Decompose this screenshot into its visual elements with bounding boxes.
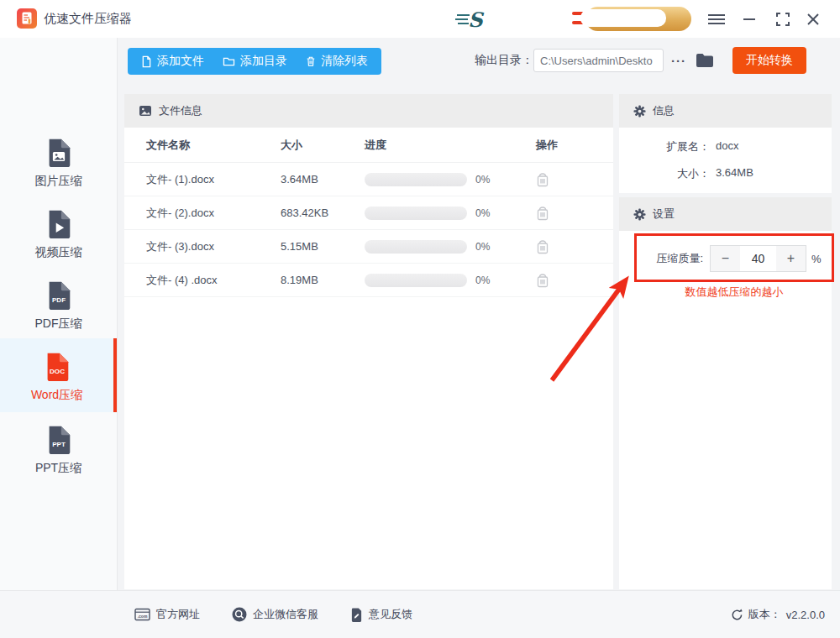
add-directory-label: 添加目录 bbox=[240, 54, 287, 69]
doc-file-icon: DOC bbox=[41, 351, 73, 383]
output-directory-label: 输出目录： bbox=[475, 53, 533, 68]
clear-list-button[interactable]: 清除列表 bbox=[306, 54, 368, 69]
wechat-service-link[interactable]: 企业微信客服 bbox=[232, 607, 318, 622]
file-name: 文件- (2).docx bbox=[124, 206, 281, 221]
sidebar-item-ppt-compress[interactable]: PPT PPT压缩 bbox=[0, 421, 117, 488]
gear-icon bbox=[633, 105, 646, 118]
table-header: 文件名称 大小 进度 操作 bbox=[124, 128, 613, 163]
file-size: 3.64MB bbox=[281, 173, 365, 186]
delete-row-icon[interactable] bbox=[536, 239, 549, 254]
progress-bar bbox=[365, 274, 467, 287]
start-convert-button[interactable]: 开始转换 bbox=[732, 47, 806, 74]
official-website-label: 官方网址 bbox=[156, 607, 200, 622]
sidebar: 图片压缩 视频压缩 PDF PDF压缩 DOC Word压缩 bbox=[0, 38, 118, 590]
progress-percent: 0% bbox=[475, 275, 490, 286]
table-row: 文件- (3).docx 5.15MB 0% bbox=[124, 230, 613, 264]
file-panel-title: 文件信息 bbox=[159, 103, 202, 118]
trash-icon bbox=[306, 55, 316, 67]
sidebar-item-pdf-compress[interactable]: PDF PDF压缩 bbox=[0, 276, 117, 343]
settings-panel-header: 设置 bbox=[619, 197, 832, 231]
video-file-icon bbox=[43, 208, 75, 240]
sidebar-item-video-compress[interactable]: 视频压缩 bbox=[0, 205, 117, 272]
annotation-hint-text: 数值越低压缩的越小 bbox=[632, 285, 837, 300]
open-folder-icon[interactable] bbox=[696, 53, 714, 68]
sidebar-item-label: Word压缩 bbox=[0, 388, 113, 403]
website-icon: .com bbox=[134, 608, 150, 621]
table-row: 文件- (4) .docx 8.19MB 0% bbox=[124, 264, 613, 297]
censor-overlay bbox=[580, 9, 666, 27]
file-size: 8.19MB bbox=[281, 274, 365, 286]
clear-list-label: 清除列表 bbox=[321, 54, 368, 69]
col-operation: 操作 bbox=[531, 138, 590, 153]
pdf-file-icon: PDF bbox=[43, 280, 75, 311]
menu-icon[interactable] bbox=[707, 10, 726, 29]
official-website-link[interactable]: .com 官方网址 bbox=[134, 607, 200, 622]
add-file-button[interactable]: 添加文件 bbox=[141, 54, 204, 69]
file-name: 文件- (1).docx bbox=[124, 172, 281, 187]
quality-row: 压缩质量: − 40 + % bbox=[619, 245, 832, 272]
quality-stepper: − 40 + bbox=[710, 245, 806, 272]
file-panel-header: 文件信息 bbox=[124, 94, 613, 128]
sidebar-item-image-compress[interactable]: 图片压缩 bbox=[0, 133, 117, 201]
folder-icon bbox=[223, 56, 235, 67]
quality-value[interactable]: 40 bbox=[740, 245, 776, 272]
ppt-file-icon: PPT bbox=[43, 424, 75, 456]
col-name: 文件名称 bbox=[124, 138, 281, 153]
version-value: v2.2.0.0 bbox=[786, 609, 825, 621]
progress-percent: 0% bbox=[475, 207, 490, 219]
add-file-label: 添加文件 bbox=[157, 54, 204, 69]
info-panel: 信息 扩展名： docx 大小： 3.64MB bbox=[619, 94, 832, 193]
sidebar-item-word-compress[interactable]: DOC Word压缩 bbox=[0, 338, 117, 412]
title-bar: 优速文件压缩器 S bbox=[0, 0, 840, 38]
browse-ellipsis-button[interactable]: ··· bbox=[671, 54, 686, 68]
delete-row-icon[interactable] bbox=[536, 206, 549, 221]
file-name: 文件- (4) .docx bbox=[124, 273, 281, 288]
settings-panel-title: 设置 bbox=[653, 207, 675, 222]
quality-decrease-button[interactable]: − bbox=[710, 245, 740, 272]
quality-unit: % bbox=[811, 253, 822, 265]
quality-label: 压缩质量: bbox=[619, 251, 703, 266]
app-window: 优速文件压缩器 S bbox=[0, 0, 840, 638]
image-file-icon bbox=[43, 137, 75, 169]
svg-text:PPT: PPT bbox=[52, 441, 66, 448]
wechat-service-icon bbox=[232, 607, 247, 622]
gear-icon bbox=[633, 208, 646, 221]
version-area: 版本：v2.2.0.0 bbox=[731, 607, 825, 622]
file-size: 5.15MB bbox=[281, 240, 365, 253]
info-panel-title: 信息 bbox=[653, 103, 675, 118]
progress-bar bbox=[365, 173, 467, 186]
close-icon[interactable] bbox=[804, 10, 822, 29]
feedback-label: 意见反馈 bbox=[369, 607, 412, 622]
svg-text:.com: .com bbox=[138, 614, 148, 619]
maximize-icon[interactable] bbox=[774, 10, 792, 29]
version-label: 版本： bbox=[748, 607, 781, 622]
info-panel-header: 信息 bbox=[619, 94, 832, 128]
app-title: 优速文件压缩器 bbox=[44, 11, 132, 27]
table-row: 文件- (1).docx 3.64MB 0% bbox=[124, 163, 613, 196]
output-directory-cluster: 输出目录： ··· 开始转换 bbox=[475, 46, 806, 75]
file-size: 683.42KB bbox=[281, 207, 365, 219]
file-name: 文件- (3).docx bbox=[124, 239, 281, 254]
speed-s-logo: S bbox=[455, 7, 489, 35]
sidebar-item-label: 视频压缩 bbox=[0, 245, 117, 260]
update-icon[interactable] bbox=[731, 609, 743, 621]
progress-bar bbox=[365, 207, 467, 220]
minimize-icon[interactable] bbox=[740, 10, 759, 29]
sidebar-item-label: 图片压缩 bbox=[0, 174, 117, 189]
col-progress: 进度 bbox=[365, 138, 531, 153]
extension-label: 扩展名： bbox=[619, 139, 710, 154]
delete-row-icon[interactable] bbox=[536, 172, 549, 187]
feedback-link[interactable]: 意见反馈 bbox=[350, 607, 412, 622]
vip-button[interactable] bbox=[585, 7, 691, 31]
picture-icon bbox=[139, 104, 152, 118]
wechat-service-label: 企业微信客服 bbox=[253, 607, 318, 622]
file-icon bbox=[141, 55, 152, 68]
extension-value: docx bbox=[716, 139, 738, 154]
progress-percent: 0% bbox=[475, 241, 490, 253]
delete-row-icon[interactable] bbox=[536, 273, 549, 288]
file-info-panel: 文件信息 文件名称 大小 进度 操作 文件- (1).docx 3.64MB 0… bbox=[124, 94, 613, 589]
feedback-icon bbox=[350, 608, 363, 622]
quality-increase-button[interactable]: + bbox=[776, 245, 806, 272]
add-directory-button[interactable]: 添加目录 bbox=[223, 54, 287, 69]
output-directory-input[interactable] bbox=[533, 49, 664, 72]
